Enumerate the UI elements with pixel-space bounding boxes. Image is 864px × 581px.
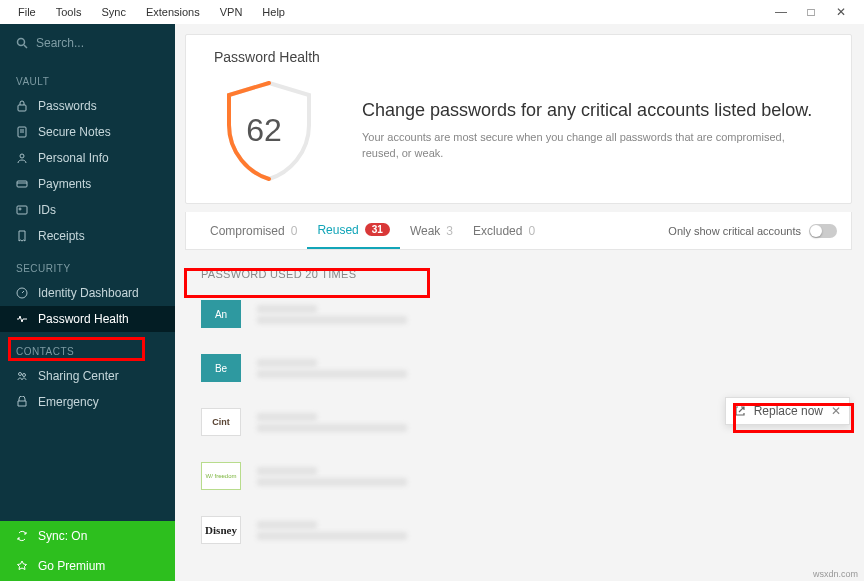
- sidebar-item-personal-info[interactable]: Personal Info: [0, 145, 175, 171]
- sidebar-item-secure-notes[interactable]: Secure Notes: [0, 119, 175, 145]
- sidebar-go-premium[interactable]: Go Premium: [0, 551, 175, 581]
- search-placeholder: Search...: [36, 36, 84, 50]
- critical-toggle[interactable]: [809, 224, 837, 238]
- health-score-value: 62: [246, 112, 282, 149]
- list-item[interactable]: An: [185, 288, 852, 340]
- sync-icon: [16, 530, 28, 542]
- window-minimize[interactable]: —: [766, 5, 796, 19]
- brand-badge: Disney: [201, 516, 241, 544]
- replace-now-popup: Replace now ✕: [725, 397, 850, 425]
- share-icon: [16, 370, 28, 382]
- emergency-icon: [16, 396, 28, 408]
- sidebar-footer: Sync: On Go Premium: [0, 521, 175, 581]
- sidebar-sync-status[interactable]: Sync: On: [0, 521, 175, 551]
- reused-count-badge: 31: [365, 223, 390, 236]
- menu-sync[interactable]: Sync: [91, 6, 135, 18]
- menu-help[interactable]: Help: [252, 6, 295, 18]
- sidebar-item-password-health[interactable]: Password Health: [0, 306, 175, 332]
- menu-tools[interactable]: Tools: [46, 6, 92, 18]
- svg-rect-9: [17, 206, 27, 214]
- search-icon: [16, 37, 28, 49]
- list-item[interactable]: W/ freedom: [185, 450, 852, 502]
- password-group-header: PASSWORD USED 20 TIMES: [175, 250, 864, 288]
- page-title: Password Health: [214, 49, 823, 65]
- svg-rect-7: [17, 181, 27, 187]
- health-header-card: Password Health 62 Change passwords for …: [185, 34, 852, 204]
- person-icon: [16, 152, 28, 164]
- external-link-icon: [734, 405, 746, 417]
- id-icon: [16, 204, 28, 216]
- list-item[interactable]: Disney: [185, 504, 852, 556]
- health-headline: Change passwords for any critical accoun…: [362, 98, 823, 122]
- tab-compromised[interactable]: Compromised 0: [200, 212, 307, 249]
- svg-point-14: [23, 374, 26, 377]
- main-panel: Password Health 62 Change passwords for …: [175, 24, 864, 581]
- sidebar-section-security: SECURITY: [0, 249, 175, 280]
- close-icon[interactable]: ✕: [831, 404, 841, 418]
- replace-now-button[interactable]: Replace now: [754, 404, 823, 418]
- pulse-icon: [16, 313, 28, 325]
- card-icon: [16, 178, 28, 190]
- lock-icon: [16, 100, 28, 112]
- note-icon: [16, 126, 28, 138]
- menu-vpn[interactable]: VPN: [210, 6, 253, 18]
- svg-point-0: [18, 39, 25, 46]
- svg-line-1: [24, 45, 27, 48]
- sidebar-item-payments[interactable]: Payments: [0, 171, 175, 197]
- sidebar-item-ids[interactable]: IDs: [0, 197, 175, 223]
- svg-line-12: [22, 291, 24, 293]
- menu-file[interactable]: File: [8, 6, 46, 18]
- dashboard-icon: [16, 287, 28, 299]
- brand-badge: W/ freedom: [201, 462, 241, 490]
- svg-point-13: [19, 373, 22, 376]
- brand-badge: An: [201, 300, 241, 328]
- sidebar-item-receipts[interactable]: Receipts: [0, 223, 175, 249]
- tabs-row: Compromised 0 Reused 31 Weak 3 Excluded …: [185, 212, 852, 250]
- tab-weak[interactable]: Weak 3: [400, 212, 463, 249]
- tab-reused[interactable]: Reused 31: [307, 212, 400, 249]
- brand-badge: Cint: [201, 408, 241, 436]
- sidebar-item-sharing-center[interactable]: Sharing Center: [0, 363, 175, 389]
- sidebar-item-passwords[interactable]: Passwords: [0, 93, 175, 119]
- sidebar: Search... VAULT Passwords Secure Notes P…: [0, 24, 175, 581]
- health-subtext: Your accounts are most secure when you c…: [362, 130, 823, 162]
- tab-excluded[interactable]: Excluded 0: [463, 212, 545, 249]
- critical-toggle-label: Only show critical accounts: [668, 225, 801, 237]
- sidebar-section-contacts: CONTACTS: [0, 332, 175, 363]
- window-maximize[interactable]: □: [796, 5, 826, 19]
- list-item[interactable]: Be: [185, 342, 852, 394]
- svg-point-10: [19, 208, 21, 210]
- menubar: File Tools Sync Extensions VPN Help — □ …: [0, 0, 864, 24]
- star-icon: [16, 560, 28, 572]
- sidebar-item-emergency[interactable]: Emergency: [0, 389, 175, 415]
- watermark: wsxdn.com: [813, 569, 858, 579]
- search-input[interactable]: Search...: [0, 24, 175, 62]
- receipt-icon: [16, 230, 28, 242]
- svg-rect-2: [18, 105, 26, 111]
- svg-point-6: [20, 154, 24, 158]
- brand-badge: Be: [201, 354, 241, 382]
- window-close[interactable]: ✕: [826, 5, 856, 19]
- sidebar-section-vault: VAULT: [0, 62, 175, 93]
- sidebar-item-identity-dashboard[interactable]: Identity Dashboard: [0, 280, 175, 306]
- health-score-shield: 62: [214, 75, 314, 185]
- menu-extensions[interactable]: Extensions: [136, 6, 210, 18]
